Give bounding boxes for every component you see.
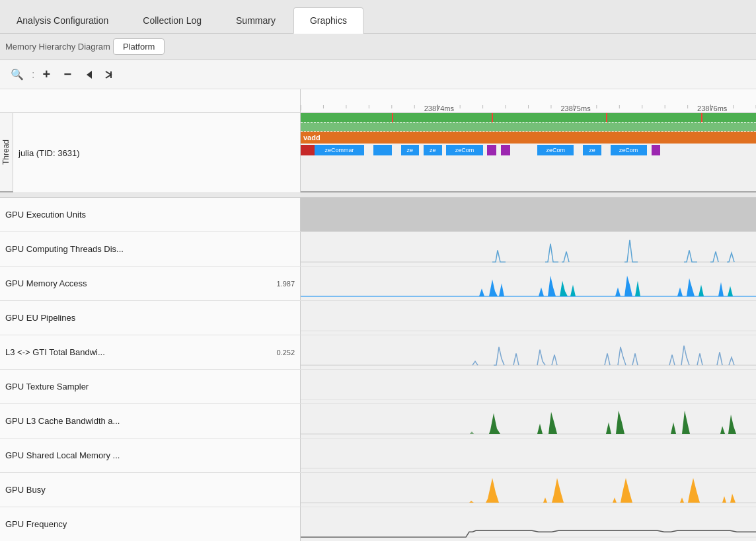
ze-bar-4: ze — [424, 145, 442, 155]
svg-marker-45 — [548, 412, 557, 434]
gpu-row-memory-access: GPU Memory Access 1.987 — [0, 267, 756, 301]
computing-threads-wave — [301, 232, 756, 266]
forward-button[interactable] — [100, 65, 119, 84]
svg-marker-27 — [539, 287, 544, 296]
gpu-timeline-l3-gti — [301, 335, 756, 369]
ze-bar-7: ze — [583, 145, 601, 155]
gpu-timeline-computing-threads — [301, 232, 756, 266]
svg-marker-58 — [552, 478, 564, 503]
thread-green-bar-dashed — [301, 122, 756, 132]
gpu-label-text-5: GPU Texture Sampler — [5, 382, 89, 392]
thread-green-bar — [301, 113, 756, 122]
svg-marker-31 — [615, 287, 621, 296]
ze-bar-1: zeCommar — [315, 145, 365, 155]
memory-access-wave — [301, 267, 756, 300]
ze-bar-darkred — [301, 145, 315, 155]
rows-container: Thread julia (TID: 3631) — [0, 113, 756, 541]
gpu-label-text-4: L3 <-> GTI Total Bandwi... — [5, 347, 105, 357]
ze-bar-purple2 — [501, 145, 510, 155]
gpu-timeline-eu-pipelines — [301, 301, 756, 335]
tab-platform[interactable]: Platform — [113, 38, 165, 55]
svg-marker-43 — [489, 413, 500, 434]
zoom-in-button[interactable]: + — [37, 65, 56, 84]
gpu-label-busy: GPU Busy — [0, 473, 301, 507]
gpu-timeline-shared-local — [301, 438, 756, 472]
tab-graphics[interactable]: Graphics — [293, 7, 363, 34]
thread-section: Thread julia (TID: 3631) — [0, 113, 756, 192]
gpu-value-l3-gti: 0.252 — [276, 349, 295, 356]
svg-marker-49 — [671, 422, 676, 434]
search-icon[interactable]: 🔍 — [8, 65, 26, 84]
gray-fill — [301, 198, 756, 231]
gpu-label-text-2: GPU Memory Access — [5, 278, 87, 288]
gpu-row-frequency: GPU Frequency — [0, 507, 756, 541]
red-marker-2 — [492, 113, 493, 122]
gpu-label-text-3: GPU EU Pipelines — [5, 313, 75, 323]
zoom-out-button[interactable]: − — [58, 65, 77, 84]
main-content: 23874ms 23875ms 23876ms — [0, 89, 756, 541]
busy-wave — [301, 473, 756, 507]
svg-marker-47 — [606, 422, 611, 434]
gpu-label-l3-gti: L3 <-> GTI Total Bandwi... 0.252 — [0, 335, 301, 369]
svg-marker-63 — [722, 496, 726, 503]
gpu-row-l3-cache: GPU L3 Cache Bandwidth a... — [0, 404, 756, 438]
tab-analysis-configuration[interactable]: Analysis Configuration — [0, 7, 125, 33]
top-nav: Analysis Configuration Collection Log Su… — [0, 0, 756, 34]
eu-pipelines-wave — [301, 301, 756, 335]
section-separator — [0, 192, 756, 198]
svg-marker-25 — [489, 280, 498, 297]
ze-bar-2 — [373, 145, 392, 155]
ze-bar-purple3 — [652, 145, 661, 155]
thread-body: julia (TID: 3631) vadd — [13, 113, 756, 191]
gpu-row-shared-local: GPU Shared Local Memory ... — [0, 438, 756, 473]
gpu-label-text-1: GPU Computing Threads Dis... — [5, 244, 124, 254]
svg-marker-46 — [470, 431, 474, 434]
svg-marker-38 — [728, 286, 733, 296]
gpu-timeline-memory-access — [301, 267, 756, 300]
svg-marker-44 — [537, 423, 543, 434]
svg-marker-51 — [720, 426, 725, 434]
svg-marker-32 — [624, 276, 632, 296]
svg-marker-0 — [87, 71, 92, 79]
svg-marker-35 — [687, 278, 695, 296]
gpu-label-text-8: GPU Busy — [5, 485, 46, 495]
tab-summary[interactable]: Summary — [219, 7, 292, 33]
svg-marker-57 — [543, 497, 547, 503]
gpu-label-memory-access: GPU Memory Access 1.987 — [0, 267, 301, 300]
label-col-header — [0, 89, 301, 112]
thread-name-cell: julia (TID: 3631) — [13, 113, 301, 192]
ze-bar-8: zeCom — [611, 145, 647, 155]
svg-marker-33 — [635, 281, 640, 297]
gpu-timeline-execution-units — [301, 198, 756, 231]
svg-marker-52 — [728, 415, 736, 434]
gpu-row-l3-gti: L3 <-> GTI Total Bandwi... 0.252 — [0, 335, 756, 370]
ze-bar-5: zeCom — [446, 145, 482, 155]
svg-marker-60 — [621, 478, 632, 503]
gpu-row-busy: GPU Busy — [0, 473, 756, 507]
thread-label-text: Thread — [2, 140, 11, 165]
svg-marker-24 — [479, 288, 484, 296]
gpu-row-texture-sampler: GPU Texture Sampler — [0, 370, 756, 404]
timeline-header: 23874ms 23875ms 23876ms — [0, 89, 756, 113]
memory-hierarchy-label: Memory Hierarchy Diagram — [5, 42, 110, 52]
gpu-timeline-busy — [301, 473, 756, 507]
gpu-label-execution-units: GPU Execution Units — [0, 198, 301, 231]
back-button[interactable] — [79, 65, 98, 84]
shared-local-wave — [301, 438, 756, 472]
thread-name: julia (TID: 3631) — [19, 148, 79, 158]
gpu-label-text-6: GPU L3 Cache Bandwidth a... — [5, 416, 120, 426]
tab-collection-log[interactable]: Collection Log — [126, 7, 218, 33]
gpu-value-memory-access: 1.987 — [276, 280, 295, 288]
ze-bar-3: ze — [401, 145, 420, 155]
svg-marker-48 — [616, 411, 624, 434]
ze-bar-purple1 — [487, 145, 496, 155]
svg-marker-34 — [677, 287, 683, 296]
thread-rotate-label: Thread — [0, 113, 13, 191]
svg-marker-36 — [699, 284, 704, 296]
svg-marker-30 — [570, 284, 576, 296]
gpu-label-text-7: GPU Shared Local Memory ... — [5, 450, 120, 460]
gpu-label-frequency: GPU Frequency — [0, 507, 301, 541]
ze-bar-6: zeCom — [537, 145, 574, 155]
svg-marker-29 — [560, 281, 568, 297]
l3-cache-wave — [301, 404, 756, 438]
